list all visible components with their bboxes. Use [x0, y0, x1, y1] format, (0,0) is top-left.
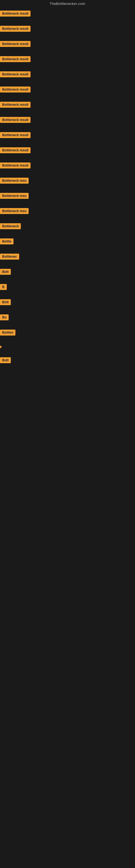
bottleneck-label: Bottleneck result [0, 26, 31, 32]
bottleneck-item: Bottlen [0, 328, 135, 343]
bottleneck-label: Bottleneck result [0, 71, 31, 77]
bottleneck-label: Bottleneck resu [0, 193, 29, 199]
bottleneck-item: Bottlenec [0, 251, 135, 267]
bottleneck-item [0, 343, 135, 355]
bottleneck-label: Bottleneck result [0, 10, 31, 17]
bottleneck-label: Bottleneck result [0, 102, 31, 108]
bottleneck-item: Bottleneck result [0, 54, 135, 69]
bottleneck-label: Bottleneck resu [0, 178, 29, 184]
bottleneck-item: Bottleneck result [0, 99, 135, 115]
bottleneck-item: Bottleneck result [0, 39, 135, 54]
bottleneck-item: Bott [0, 267, 135, 282]
bottleneck-label: Bott [0, 357, 11, 363]
bottleneck-label: Bottleneck result [0, 87, 31, 93]
bottleneck-label: Bottleneck result [0, 41, 31, 47]
bottleneck-item: Bottleneck result [0, 24, 135, 39]
bottleneck-label: B [0, 284, 7, 290]
bottleneck-item: Bottleneck result [0, 84, 135, 99]
bottleneck-item: Bottleneck result [0, 145, 135, 160]
bottleneck-item: Bottleneck result [0, 8, 135, 24]
bottleneck-item: Bo [0, 312, 135, 328]
bottleneck-label: Bottleneck result [0, 56, 31, 62]
bottleneck-label: Bottlen [0, 330, 15, 336]
bottleneck-label: Bo [0, 314, 9, 320]
bottleneck-item: B [0, 282, 135, 297]
site-header: TheBottlenecker.com [0, 0, 135, 8]
bottleneck-label: Bottleneck result [0, 162, 31, 168]
bottleneck-item: Bottleneck resu [0, 176, 135, 191]
site-title: TheBottlenecker.com [0, 0, 135, 8]
bottleneck-label: Bottleneck [0, 223, 21, 229]
bottleneck-item: Bottleneck resu [0, 206, 135, 221]
bottleneck-item: Bottleneck [0, 221, 135, 236]
bottleneck-item: Bottleneck resu [0, 191, 135, 206]
bottleneck-item: Bottleneck result [0, 130, 135, 145]
bottleneck-item: Bott [0, 355, 135, 370]
bottleneck-label: Bottlenec [0, 254, 19, 259]
bottleneck-item: Bottleneck result [0, 115, 135, 130]
bottleneck-item: Bott [0, 297, 135, 312]
bottleneck-label: Bottleneck result [0, 147, 31, 153]
bottleneck-label: Bottleneck resu [0, 208, 29, 214]
bottleneck-item: Bottleneck result [0, 69, 135, 84]
bottleneck-bar-container [0, 346, 135, 349]
bottleneck-item: Bottle [0, 236, 135, 251]
bottleneck-label: Bott [0, 299, 11, 305]
bottleneck-label: Bottle [0, 239, 13, 244]
bottleneck-label: Bott [0, 269, 11, 275]
bottleneck-label: Bottleneck result [0, 117, 31, 123]
items-container: Bottleneck resultBottleneck resultBottle… [0, 8, 135, 370]
bottleneck-item: Bottleneck result [0, 160, 135, 176]
bottleneck-bar [0, 346, 1, 348]
bottleneck-label: Bottleneck result [0, 132, 31, 138]
